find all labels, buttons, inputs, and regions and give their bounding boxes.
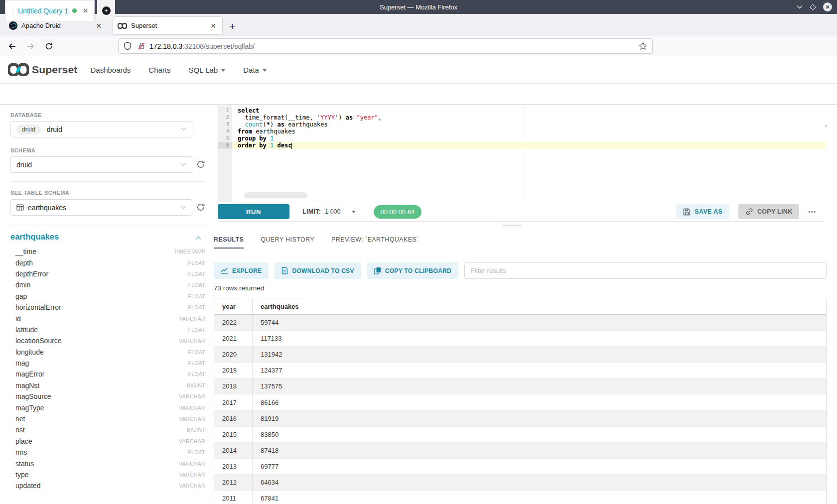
table-row[interactable]: 201681919	[214, 411, 826, 427]
browser-tab-superset[interactable]: Superset ✕	[113, 17, 222, 34]
sql-editor[interactable]: select time_format(__time, 'YYYY') as "y…	[232, 106, 826, 202]
copy-clipboard-button[interactable]: COPY TO CLIPBOARD	[367, 262, 458, 279]
back-icon[interactable]	[8, 42, 16, 50]
nav-sql-lab[interactable]: SQL Lab	[189, 66, 226, 74]
column-row[interactable]: magTypeVARCHAR	[10, 402, 205, 413]
reload-icon[interactable]	[45, 42, 53, 50]
table-icon	[16, 204, 24, 211]
table-row[interactable]: 201786166	[214, 394, 826, 410]
firefox-toolbar: 172.18.0.3 :32108/superset/sqllab/ U0	[0, 36, 837, 56]
druid-favicon-icon	[9, 21, 17, 30]
query-tab[interactable]: ⋮⋮ Untitled Query 1 ✕	[5, 0, 95, 21]
forward-icon[interactable]	[26, 42, 35, 50]
pane-drag-handle[interactable]	[502, 225, 522, 230]
editor-gutter: 123456	[218, 106, 232, 202]
refresh-tables-icon[interactable]	[196, 203, 205, 212]
column-row[interactable]: idVARCHAR	[10, 313, 205, 324]
table-row[interactable]: 201264634	[214, 475, 826, 491]
tab-results[interactable]: RESULTS	[214, 236, 244, 249]
column-header-earthquakes[interactable]: earthquakes	[253, 298, 826, 314]
tab-query-history[interactable]: QUERY HISTORY	[261, 236, 314, 249]
column-header-year[interactable]: year	[214, 298, 253, 314]
column-row[interactable]: magErrorFLOAT	[10, 369, 205, 379]
column-row[interactable]: latitudeFLOAT	[10, 324, 205, 335]
column-row[interactable]: nstBIGINT	[10, 424, 205, 435]
url-bar[interactable]: 172.18.0.3 :32108/superset/sqllab/	[118, 38, 653, 54]
insecure-lock-icon[interactable]	[138, 42, 145, 50]
nav-charts[interactable]: Charts	[148, 66, 170, 74]
superset-favicon-icon	[118, 23, 127, 29]
save-as-button[interactable]: SAVE AS	[676, 204, 729, 219]
schema-value: druid	[16, 161, 32, 169]
elapsed-timer-badge: 00:00:00.64	[374, 205, 422, 219]
column-row[interactable]: depthFLOAT	[10, 257, 205, 268]
add-query-tab-button[interactable]: +	[97, 0, 115, 21]
editor-scrollbar-thumb[interactable]	[244, 192, 307, 198]
tab-close-icon[interactable]: ✕	[95, 22, 103, 30]
column-row[interactable]: depthErrorFLOAT	[10, 268, 205, 279]
file-csv-icon	[281, 267, 288, 274]
column-row[interactable]: statusVARCHAR	[10, 458, 205, 469]
nav-data[interactable]: Data	[243, 66, 267, 74]
column-row[interactable]: magSourceVARCHAR	[10, 391, 205, 402]
more-options-icon[interactable]: •••	[808, 209, 817, 215]
table-row[interactable]: 2019124377	[214, 363, 826, 378]
refresh-schema-icon[interactable]	[196, 160, 205, 169]
screen: Superset — Mozilla Firefox ✕ Apache Drui…	[0, 0, 837, 504]
table-row[interactable]: 201487418	[214, 443, 826, 459]
firefox-tabstrip: Apache Druid ✕ Superset ✕ +	[0, 14, 837, 36]
drag-dots-icon[interactable]: ⋮⋮	[10, 8, 15, 13]
explore-button[interactable]: EXPLORE	[214, 262, 269, 279]
table-name-heading[interactable]: earthquakes	[10, 232, 59, 242]
table-row[interactable]: 2018137575	[214, 378, 826, 394]
chevron-down-icon	[352, 211, 356, 213]
database-label: DATABASE	[10, 112, 42, 118]
bookmark-star-icon[interactable]	[639, 42, 647, 50]
table-select[interactable]: earthquakes	[10, 199, 192, 216]
limit-label: LIMIT:	[302, 208, 321, 215]
divider	[10, 181, 205, 182]
collapse-chevron-up-icon[interactable]	[195, 236, 201, 240]
table-row[interactable]: 201369777	[214, 459, 826, 475]
column-row[interactable]: magNstBIGINT	[10, 380, 205, 391]
column-row[interactable]: magFLOAT	[10, 358, 205, 369]
nav-dashboards[interactable]: Dashboards	[90, 66, 131, 74]
query-tab-close-icon[interactable]: ✕	[83, 7, 88, 14]
superset-logo[interactable]: Superset	[8, 63, 77, 76]
window-close-icon[interactable]: ✕	[823, 2, 832, 11]
table-row[interactable]: 2021117133	[214, 331, 826, 347]
window-maximize-icon[interactable]	[810, 4, 816, 10]
window-minimize-icon[interactable]	[797, 5, 803, 9]
column-row[interactable]: locationSourceVARCHAR	[10, 335, 205, 346]
copy-link-button[interactable]: COPY LINK	[738, 204, 800, 219]
filter-results-input[interactable]	[464, 262, 827, 279]
shield-icon[interactable]	[124, 42, 132, 50]
column-row[interactable]: typeVARCHAR	[10, 469, 205, 480]
column-row[interactable]: gapFLOAT	[10, 291, 205, 302]
table-row[interactable]: 201167841	[214, 491, 826, 504]
new-tab-button[interactable]: +	[229, 20, 235, 32]
run-button[interactable]: RUN	[218, 204, 289, 219]
column-row[interactable]: netVARCHAR	[10, 413, 205, 424]
column-row[interactable]: __timeTIMESTAMP	[10, 246, 205, 257]
schema-select[interactable]: druid	[10, 156, 192, 173]
table-row[interactable]: 2020131942	[214, 347, 826, 363]
superset-header: Superset Dashboards Charts SQL Lab Data …	[0, 56, 837, 84]
column-row[interactable]: horizontalErrorFLOAT	[10, 302, 205, 313]
column-row[interactable]: longitudeFLOAT	[10, 347, 205, 358]
rows-returned-text: 73 rows returned	[214, 284, 264, 292]
link-icon	[745, 208, 753, 216]
tab-close-icon[interactable]: ✕	[209, 22, 217, 30]
database-select[interactable]: druid druid	[10, 121, 192, 137]
chevron-down-icon	[181, 163, 186, 166]
table-row[interactable]: 201583850	[214, 427, 826, 443]
limit-dropdown[interactable]: LIMIT: 1 000	[302, 208, 356, 215]
column-row[interactable]: updatedVARCHAR	[10, 480, 205, 491]
tab-preview-earthquakes[interactable]: PREVIEW: `EARTHQUAKES`	[331, 236, 419, 249]
column-row[interactable]: dminFLOAT	[10, 279, 205, 290]
table-row[interactable]: 202259744	[214, 315, 826, 331]
results-table-header[interactable]: year earthquakes	[214, 298, 826, 315]
download-csv-button[interactable]: DOWNLOAD TO CSV	[275, 262, 361, 279]
column-row[interactable]: placeVARCHAR	[10, 436, 205, 447]
column-row[interactable]: rmsFLOAT	[10, 447, 205, 458]
